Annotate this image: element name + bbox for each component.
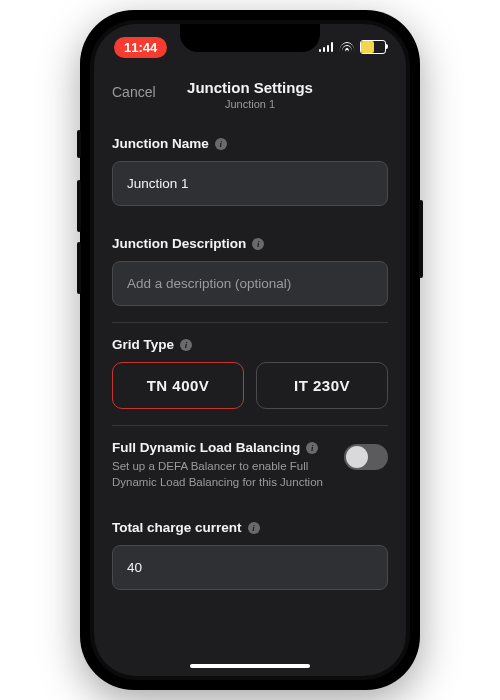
info-icon[interactable]: i bbox=[306, 442, 318, 454]
status-right bbox=[319, 40, 387, 54]
cancel-button[interactable]: Cancel bbox=[112, 84, 156, 100]
dlb-description: Set up a DEFA Balancer to enable Full Dy… bbox=[112, 459, 332, 490]
home-indicator bbox=[190, 664, 310, 668]
info-icon[interactable]: i bbox=[215, 138, 227, 150]
content: Junction Name i Junction 1 Junction Desc… bbox=[94, 120, 406, 606]
info-icon[interactable]: i bbox=[180, 339, 192, 351]
info-icon[interactable]: i bbox=[252, 238, 264, 250]
info-icon[interactable]: i bbox=[248, 522, 260, 534]
junction-name-label: Junction Name bbox=[112, 136, 209, 151]
junction-description-label: Junction Description bbox=[112, 236, 246, 251]
page-title: Junction Settings bbox=[187, 80, 313, 97]
section-junction-description: Junction Description i Add a description… bbox=[112, 222, 388, 322]
section-junction-name: Junction Name i Junction 1 bbox=[112, 122, 388, 222]
phone-bezel: 11:44 Cancel Junction Settings Junction … bbox=[90, 20, 410, 680]
grid-type-label: Grid Type bbox=[112, 337, 174, 352]
section-dlb: Full Dynamic Load Balancing i Set up a D… bbox=[112, 425, 388, 506]
side-button bbox=[419, 200, 423, 278]
grid-option-it230v[interactable]: IT 230V bbox=[256, 362, 388, 409]
nav-center: Junction Settings Junction 1 bbox=[187, 80, 313, 111]
junction-name-input[interactable]: Junction 1 bbox=[112, 161, 388, 206]
section-grid-type: Grid Type i TN 400V IT 230V bbox=[112, 322, 388, 425]
total-current-label: Total charge current bbox=[112, 520, 242, 535]
status-bar: 11:44 bbox=[94, 24, 406, 70]
phone-frame: 11:44 Cancel Junction Settings Junction … bbox=[80, 10, 420, 690]
total-current-input[interactable]: 40 bbox=[112, 545, 388, 590]
section-total-current: Total charge current i 40 bbox=[112, 506, 388, 606]
notch bbox=[180, 24, 320, 52]
junction-description-input[interactable]: Add a description (optional) bbox=[112, 261, 388, 306]
cellular-icon bbox=[319, 42, 334, 52]
dlb-toggle[interactable] bbox=[344, 444, 388, 470]
grid-type-segment: TN 400V IT 230V bbox=[112, 362, 388, 409]
side-button bbox=[77, 242, 81, 294]
side-button bbox=[77, 130, 81, 158]
nav-header: Cancel Junction Settings Junction 1 bbox=[94, 70, 406, 120]
toggle-knob bbox=[346, 446, 368, 468]
battery-icon bbox=[360, 40, 386, 54]
side-button bbox=[77, 180, 81, 232]
screen: 11:44 Cancel Junction Settings Junction … bbox=[94, 24, 406, 676]
wifi-icon bbox=[339, 42, 354, 53]
page-subtitle: Junction 1 bbox=[225, 98, 275, 110]
dlb-label: Full Dynamic Load Balancing bbox=[112, 440, 300, 455]
status-time: 11:44 bbox=[114, 37, 167, 58]
grid-option-tn400v[interactable]: TN 400V bbox=[112, 362, 244, 409]
